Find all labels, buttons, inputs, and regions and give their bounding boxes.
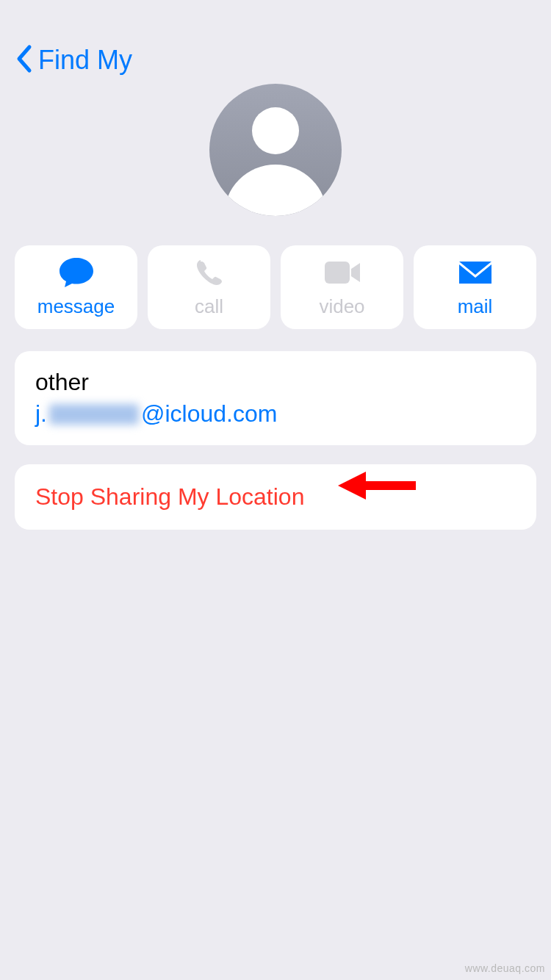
contact-type-label: other bbox=[35, 369, 516, 396]
message-label: message bbox=[37, 295, 115, 318]
mail-label: mail bbox=[458, 295, 493, 318]
email-suffix: @icloud.com bbox=[141, 400, 277, 428]
message-icon bbox=[58, 257, 95, 288]
video-icon bbox=[323, 257, 361, 288]
call-label: call bbox=[195, 295, 223, 318]
back-chevron-icon[interactable] bbox=[15, 44, 32, 76]
stop-sharing-card[interactable]: Stop Sharing My Location bbox=[15, 464, 536, 530]
mail-icon bbox=[458, 257, 493, 288]
contact-email-card: other j. @icloud.com bbox=[15, 351, 536, 445]
avatar-container bbox=[0, 84, 551, 216]
call-button[interactable]: call bbox=[148, 245, 270, 329]
contact-email[interactable]: j. @icloud.com bbox=[35, 400, 516, 428]
video-label: video bbox=[319, 295, 364, 318]
avatar[interactable] bbox=[209, 84, 342, 216]
video-button[interactable]: video bbox=[281, 245, 403, 329]
email-redacted bbox=[49, 404, 139, 425]
watermark: www.deuaq.com bbox=[465, 962, 545, 974]
message-button[interactable]: message bbox=[15, 245, 137, 329]
nav-bar: Find My bbox=[0, 0, 551, 91]
phone-icon bbox=[195, 257, 224, 288]
mail-button[interactable]: mail bbox=[414, 245, 536, 329]
email-prefix: j. bbox=[35, 400, 47, 428]
stop-sharing-label: Stop Sharing My Location bbox=[35, 483, 516, 511]
action-row: message call video mail bbox=[0, 245, 551, 329]
svg-rect-0 bbox=[325, 262, 350, 284]
back-button-label[interactable]: Find My bbox=[38, 45, 132, 76]
